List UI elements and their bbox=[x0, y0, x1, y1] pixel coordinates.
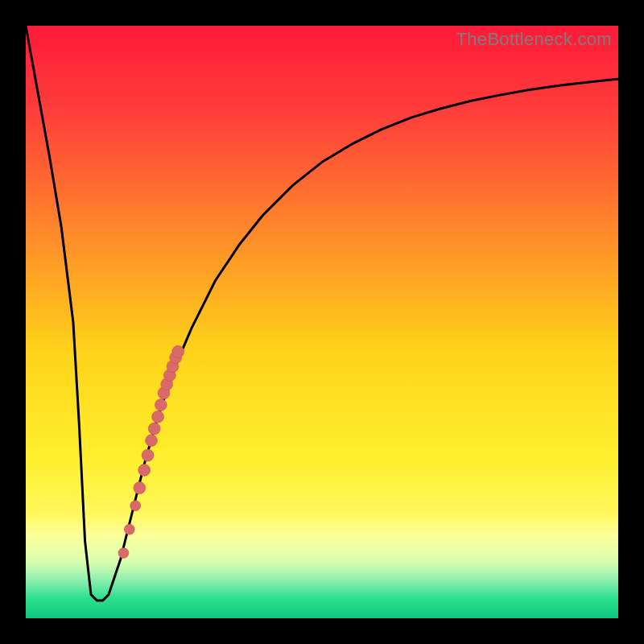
data-point bbox=[172, 345, 184, 357]
data-point bbox=[155, 399, 167, 411]
data-point bbox=[118, 548, 129, 559]
bottleneck-curve bbox=[26, 26, 618, 601]
data-point bbox=[130, 501, 141, 511]
dot-cluster bbox=[118, 345, 184, 558]
watermark-text: TheBottleneck.com bbox=[456, 29, 612, 50]
data-point bbox=[142, 449, 154, 461]
data-point bbox=[146, 435, 158, 447]
curve-layer bbox=[26, 26, 618, 618]
plot-area: TheBottleneck.com bbox=[26, 26, 618, 618]
data-point bbox=[148, 423, 160, 435]
data-point bbox=[152, 411, 164, 423]
data-point bbox=[134, 482, 146, 494]
data-point bbox=[124, 524, 134, 535]
data-point bbox=[138, 464, 151, 477]
chart-frame: TheBottleneck.com bbox=[0, 0, 644, 644]
